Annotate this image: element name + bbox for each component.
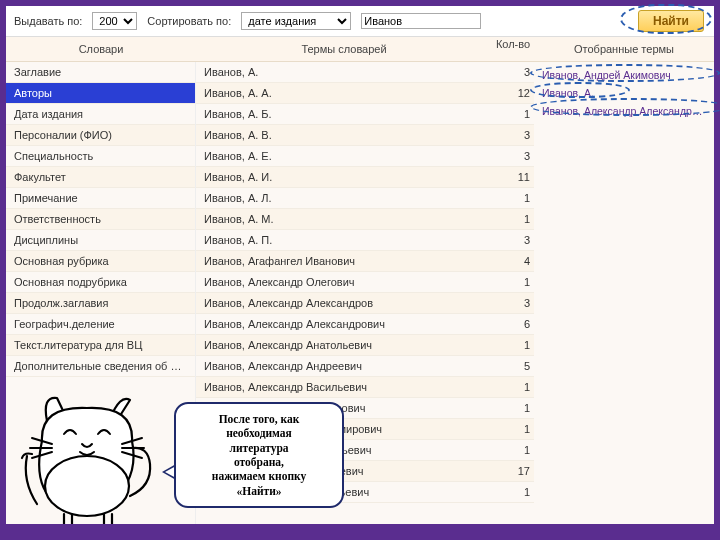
header-count: Кол-во [492, 37, 534, 61]
dictionary-row[interactable]: Текст.литература для ВЦ [6, 335, 195, 356]
term-count: 1 [492, 419, 534, 439]
term-name: Иванов, Александр Андреевич [196, 356, 492, 376]
cat-illustration [12, 386, 172, 526]
term-name: Иванов, А. Е. [196, 146, 492, 166]
term-row[interactable]: Иванов, А. В.3 [196, 125, 534, 146]
term-count: 5 [492, 356, 534, 376]
search-toolbar: Выдавать по: 200 Сортировать по: дате из… [6, 6, 714, 37]
column-headers: Словари Термы словарей Кол-во Отобранные… [6, 37, 714, 62]
term-count: 3 [492, 230, 534, 250]
dictionary-row[interactable]: Ответственность [6, 209, 195, 230]
term-count: 1 [492, 482, 534, 502]
dictionary-row[interactable]: Дисциплины [6, 230, 195, 251]
term-row[interactable]: Иванов, А. М.1 [196, 209, 534, 230]
dictionary-row[interactable]: Основная рубрика [6, 251, 195, 272]
term-name: Иванов, Александр Олегович [196, 272, 492, 292]
term-name: Иванов, Александр Александров [196, 293, 492, 313]
term-count: 12 [492, 83, 534, 103]
term-name: Иванов, Александр Анатольевич [196, 335, 492, 355]
term-count: 3 [492, 293, 534, 313]
term-count: 1 [492, 209, 534, 229]
dictionary-row[interactable]: Дата издания [6, 104, 195, 125]
term-name: Иванов, А. [196, 62, 492, 82]
term-count: 3 [492, 146, 534, 166]
term-count: 6 [492, 314, 534, 334]
term-row[interactable]: Иванов, Александр Андреевич5 [196, 356, 534, 377]
term-row[interactable]: Иванов, Александр Анатольевич1 [196, 335, 534, 356]
term-count: 3 [492, 62, 534, 82]
term-row[interactable]: Иванов, Александр Александров3 [196, 293, 534, 314]
term-count: 11 [492, 167, 534, 187]
term-row[interactable]: Иванов, Александр Олегович1 [196, 272, 534, 293]
term-row[interactable]: Иванов, А. А.12 [196, 83, 534, 104]
selected-term[interactable]: Иванов, Андрей Акимович [538, 66, 710, 84]
dictionary-row[interactable]: Продолж.заглавия [6, 293, 195, 314]
term-name: Иванов, А. И. [196, 167, 492, 187]
term-name: Иванов, А. П. [196, 230, 492, 250]
term-name: Иванов, Агафангел Иванович [196, 251, 492, 271]
term-count: 17 [492, 461, 534, 481]
selected-terms-panel: Иванов, Андрей Акимович Иванов, А. Ивано… [534, 62, 714, 530]
term-count: 1 [492, 104, 534, 124]
sort-label: Сортировать по: [147, 15, 231, 27]
header-selected: Отобранные термы [534, 37, 714, 61]
term-row[interactable]: Иванов, Агафангел Иванович4 [196, 251, 534, 272]
dictionary-row[interactable]: Географич.деление [6, 314, 195, 335]
term-row[interactable]: Иванов, А.3 [196, 62, 534, 83]
dictionary-row[interactable]: Заглавие [6, 62, 195, 83]
header-terms: Термы словарей [196, 37, 492, 61]
sort-select[interactable]: дате издания [241, 12, 351, 30]
perpage-label: Выдавать по: [14, 15, 82, 27]
term-count: 3 [492, 125, 534, 145]
term-row[interactable]: Иванов, Александр Александрович6 [196, 314, 534, 335]
term-row[interactable]: Иванов, А. П.3 [196, 230, 534, 251]
term-count: 1 [492, 440, 534, 460]
term-count: 4 [492, 251, 534, 271]
term-name: Иванов, А. В. [196, 125, 492, 145]
svg-point-0 [45, 456, 129, 516]
dictionary-row[interactable]: Основная подрубрика [6, 272, 195, 293]
speech-bubble: После того, как необходимая литература о… [174, 402, 344, 508]
term-count: 1 [492, 272, 534, 292]
term-row[interactable]: Иванов, А. Л.1 [196, 188, 534, 209]
term-count: 1 [492, 377, 534, 397]
dictionary-row[interactable]: Специальность [6, 146, 195, 167]
selected-term[interactable]: Иванов, А. [538, 84, 710, 102]
dictionary-row[interactable]: Персоналии (ФИО) [6, 125, 195, 146]
term-count: 1 [492, 398, 534, 418]
dictionary-row[interactable]: Примечание [6, 188, 195, 209]
term-name: Иванов, А. Б. [196, 104, 492, 124]
term-name: Иванов, А. М. [196, 209, 492, 229]
term-name: Иванов, А. А. [196, 83, 492, 103]
dictionary-row[interactable]: Авторы [6, 83, 195, 104]
search-input[interactable] [361, 13, 481, 29]
term-count: 1 [492, 188, 534, 208]
selected-term[interactable]: Иванов, Александр Александрович [538, 102, 710, 120]
dictionary-row[interactable]: Факультет [6, 167, 195, 188]
term-count: 1 [492, 335, 534, 355]
footer-bar [6, 524, 714, 534]
term-row[interactable]: Иванов, А. Б.1 [196, 104, 534, 125]
term-name: Иванов, Александр Васильевич [196, 377, 492, 397]
header-dictionaries: Словари [6, 37, 196, 61]
term-name: Иванов, А. Л. [196, 188, 492, 208]
term-row[interactable]: Иванов, А. И.11 [196, 167, 534, 188]
dictionary-row[interactable]: Дополнительные сведения об издании [6, 356, 195, 377]
find-button[interactable]: Найти [638, 10, 704, 32]
perpage-select[interactable]: 200 [92, 12, 137, 30]
term-row[interactable]: Иванов, А. Е.3 [196, 146, 534, 167]
term-name: Иванов, Александр Александрович [196, 314, 492, 334]
term-row[interactable]: Иванов, Александр Васильевич1 [196, 377, 534, 398]
